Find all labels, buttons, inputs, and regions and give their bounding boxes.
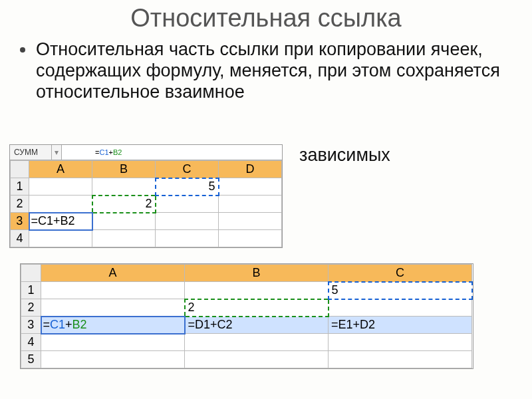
a3-ref2: B2 [72, 318, 87, 331]
cell-a1[interactable] [29, 178, 92, 196]
name-box[interactable]: СУММ [10, 145, 52, 160]
row-header-3b[interactable]: 3 [21, 317, 41, 334]
cell2-b1[interactable] [185, 282, 329, 299]
a3-plus: + [65, 318, 72, 331]
cell-d2[interactable] [219, 196, 282, 213]
body-paragraph: Относительная часть ссылки при копирован… [36, 39, 519, 103]
grid-1: A B C D 1 5 2 2 3 =C1+B2 4 [10, 160, 282, 247]
cell2-b2[interactable]: 2 [185, 299, 329, 317]
col-header-a-2[interactable]: A [41, 265, 185, 282]
select-all-corner-2[interactable] [21, 265, 41, 282]
col-header-a[interactable]: A [29, 161, 92, 178]
col-header-b-2[interactable]: B [185, 265, 329, 282]
row-header-1[interactable]: 1 [11, 178, 29, 196]
cell-b4[interactable] [92, 230, 156, 247]
cell-a3[interactable]: =C1+B2 [29, 213, 92, 230]
cell2-c3[interactable]: =E1+D2 [329, 317, 472, 334]
cell-d1[interactable] [219, 178, 282, 196]
a3-eq: = [43, 318, 51, 331]
cell2-c4[interactable] [329, 334, 472, 351]
row-header-3[interactable]: 3 [11, 213, 29, 230]
cell-b1[interactable] [92, 178, 156, 196]
select-all-corner[interactable] [11, 161, 29, 178]
cell2-c5[interactable] [329, 351, 472, 368]
cell2-a1[interactable] [41, 282, 185, 299]
cell-c4[interactable] [156, 230, 219, 247]
cell-d4[interactable] [219, 230, 282, 247]
cell2-c1[interactable]: 5 [329, 282, 472, 299]
formula-input[interactable]: =C1+B2 [62, 148, 122, 156]
col-header-c-2[interactable]: C [329, 265, 472, 282]
cell-a2[interactable] [29, 196, 92, 213]
trailing-text: зависимых [299, 145, 390, 166]
cell-d3[interactable] [219, 213, 282, 230]
cell-c3[interactable] [156, 213, 219, 230]
slide-title: Относительная ссылка [0, 4, 532, 33]
cell-c1[interactable]: 5 [156, 178, 219, 196]
cell2-b4[interactable] [185, 334, 329, 351]
cell-c2[interactable] [156, 196, 219, 213]
cell-a4[interactable] [29, 230, 92, 247]
col-header-c[interactable]: C [156, 161, 219, 178]
spreadsheet-1: СУММ ▾ =C1+B2 A B C D 1 5 2 2 3 [9, 144, 283, 248]
row-header-2b[interactable]: 2 [21, 299, 41, 317]
cell2-a2[interactable] [41, 299, 185, 317]
a3-ref1: C1 [50, 318, 65, 331]
cell2-a4[interactable] [41, 334, 185, 351]
cell2-b3[interactable]: =D1+C2 [185, 317, 329, 334]
cell2-b5[interactable] [185, 351, 329, 368]
row-header-1b[interactable]: 1 [21, 282, 41, 299]
spreadsheet-2: A B C 1 5 2 2 3 =C1+B2 =D1+C2 =E1+D2 4 [20, 263, 473, 369]
row-header-5b[interactable]: 5 [21, 351, 41, 368]
cell2-a5[interactable] [41, 351, 185, 368]
body-text-content: Относительная часть ссылки при копирован… [36, 39, 500, 102]
formula-ref-b2: B2 [113, 148, 122, 156]
cell2-c2[interactable] [329, 299, 472, 317]
col-header-b[interactable]: B [92, 161, 156, 178]
row-header-4[interactable]: 4 [11, 230, 29, 247]
row-header-4b[interactable]: 4 [21, 334, 41, 351]
grid-2: A B C 1 5 2 2 3 =C1+B2 =D1+C2 =E1+D2 4 [21, 264, 473, 368]
col-header-d[interactable]: D [219, 161, 282, 178]
bullet-icon [20, 47, 25, 53]
cell-b3[interactable] [92, 213, 156, 230]
formula-ref-c1: C1 [99, 148, 108, 156]
cell-b2[interactable]: 2 [92, 196, 156, 213]
formula-bar: СУММ ▾ =C1+B2 [10, 145, 282, 160]
row-header-2[interactable]: 2 [11, 196, 29, 213]
cell2-a3[interactable]: =C1+B2 [41, 317, 185, 334]
dropdown-icon[interactable]: ▾ [52, 145, 62, 160]
